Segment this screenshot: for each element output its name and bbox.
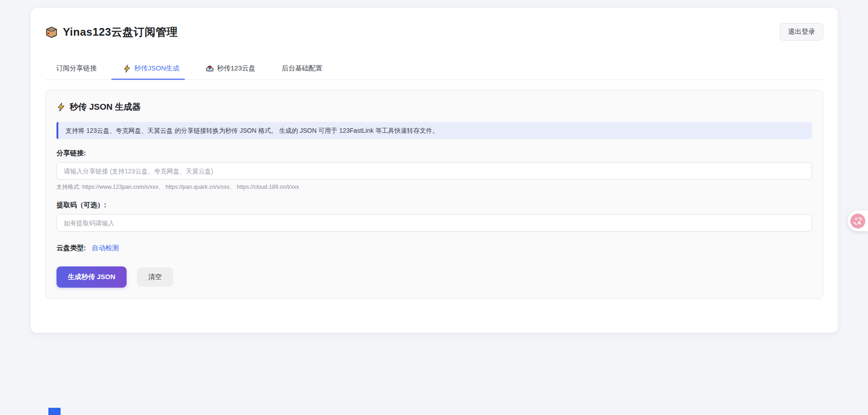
share-link-label: 分享链接:: [57, 149, 812, 158]
extract-code-input[interactable]: [57, 214, 812, 232]
generator-panel: 秒传 JSON 生成器 支持将 123云盘、夸克网盘、天翼云盘 的分享链接转换为…: [45, 90, 823, 299]
tab-json-generator[interactable]: 秒传JSON生成: [120, 60, 182, 79]
tab-bar: 订阅分享链接 秒传JSON生成 秒传123云盘 后台基础配置: [45, 60, 823, 80]
panel-title-row: 秒传 JSON 生成器: [57, 101, 812, 113]
translate-sparkle-icon[interactable]: A: [850, 214, 865, 228]
cloud-upload-icon: [206, 65, 214, 73]
drive-type-row: 云盘类型: 自动检测: [57, 244, 812, 252]
package-box-icon: [45, 26, 58, 38]
share-link-format-hint: 支持格式: https://www.123pan.com/s/xxx、 http…: [57, 183, 812, 191]
drive-type-label: 云盘类型:: [57, 244, 86, 252]
lightning-icon: [57, 103, 66, 112]
floating-translate-pill[interactable]: A: [848, 210, 868, 231]
tab-backend-config[interactable]: 后台基础配置: [279, 60, 325, 79]
header: Yinas123云盘订阅管理 退出登录: [45, 23, 823, 41]
share-link-input[interactable]: [57, 162, 812, 180]
extract-code-label: 提取码（可选）:: [57, 201, 812, 210]
panel-title: 秒传 JSON 生成器: [70, 101, 141, 113]
tab-123-drive[interactable]: 秒传123云盘: [203, 60, 258, 79]
page-title: Yinas123云盘订阅管理: [63, 25, 178, 39]
generate-json-button[interactable]: 生成秒传 JSON: [57, 266, 127, 288]
logout-button[interactable]: 退出登录: [780, 23, 823, 41]
svg-text:A: A: [857, 220, 861, 225]
logo-title-group: Yinas123云盘订阅管理: [45, 25, 178, 39]
info-banner: 支持将 123云盘、夸克网盘、天翼云盘 的分享链接转换为秒传 JSON 格式。 …: [57, 122, 812, 139]
bottom-left-artifact: [48, 408, 61, 415]
drive-type-auto-detect-link[interactable]: 自动检测: [92, 244, 119, 252]
tab-label: 订阅分享链接: [56, 64, 97, 73]
tab-label: 后台基础配置: [282, 64, 322, 73]
actions-row: 生成秒传 JSON 清空: [57, 266, 812, 288]
clear-button[interactable]: 清空: [137, 267, 173, 287]
tab-subscription-links[interactable]: 订阅分享链接: [53, 60, 99, 79]
main-card: Yinas123云盘订阅管理 退出登录 订阅分享链接 秒传JSON生成 秒传12…: [31, 8, 838, 333]
lightning-icon: [123, 65, 131, 73]
tab-label: 秒传JSON生成: [134, 64, 179, 73]
tab-label: 秒传123云盘: [217, 64, 255, 73]
